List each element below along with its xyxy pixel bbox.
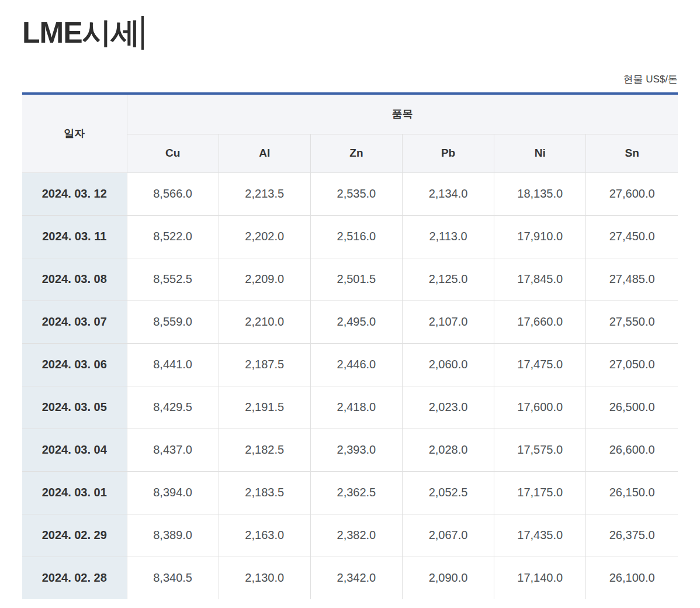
- price-cell-al: 2,182.5: [219, 429, 310, 471]
- unit-note: 현물 US$/톤: [22, 72, 678, 86]
- price-cell-pb: 2,113.0: [402, 215, 494, 258]
- price-cell-zn: 2,446.0: [310, 343, 402, 386]
- price-cell-al: 2,210.0: [219, 300, 310, 343]
- date-cell: 2024. 03. 05: [22, 386, 127, 429]
- price-cell-cu: 8,340.5: [127, 557, 219, 599]
- date-cell: 2024. 02. 29: [22, 514, 127, 557]
- table-row: 2024. 02. 298,389.02,163.02,382.02,067.0…: [22, 514, 678, 557]
- price-cell-zn: 2,535.0: [310, 172, 402, 215]
- price-cell-sn: 27,450.0: [586, 215, 678, 258]
- metal-header-al: Al: [219, 134, 310, 172]
- price-cell-ni: 18,135.0: [494, 172, 586, 215]
- page-title: LME시세: [22, 15, 678, 50]
- price-cell-al: 2,130.0: [219, 557, 310, 599]
- price-cell-sn: 27,550.0: [586, 300, 678, 343]
- price-cell-pb: 2,023.0: [402, 386, 494, 429]
- price-cell-zn: 2,516.0: [310, 215, 402, 258]
- price-cell-ni: 17,575.0: [494, 429, 586, 471]
- price-cell-sn: 26,600.0: [586, 429, 678, 471]
- price-cell-al: 2,183.5: [219, 471, 310, 514]
- price-cell-al: 2,187.5: [219, 343, 310, 386]
- price-cell-sn: 27,600.0: [586, 172, 678, 215]
- price-cell-zn: 2,362.5: [310, 471, 402, 514]
- price-cell-al: 2,191.5: [219, 386, 310, 429]
- price-cell-pb: 2,028.0: [402, 429, 494, 471]
- item-group-header: 품목: [127, 95, 678, 134]
- price-cell-cu: 8,437.0: [127, 429, 219, 471]
- page-container: LME시세 현물 US$/톤 일자 품목 CuAlZnPbNiSn 2024. …: [0, 15, 700, 599]
- price-cell-sn: 26,375.0: [586, 514, 678, 557]
- price-cell-zn: 2,393.0: [310, 429, 402, 471]
- page-title-text: LME시세: [22, 15, 140, 50]
- price-cell-al: 2,163.0: [219, 514, 310, 557]
- price-cell-pb: 2,067.0: [402, 514, 494, 557]
- price-cell-zn: 2,342.0: [310, 557, 402, 599]
- title-cursor-bar: [141, 16, 144, 50]
- table-row: 2024. 03. 078,559.02,210.02,495.02,107.0…: [22, 300, 678, 343]
- table-row: 2024. 03. 068,441.02,187.52,446.02,060.0…: [22, 343, 678, 386]
- price-cell-ni: 17,140.0: [494, 557, 586, 599]
- price-cell-sn: 26,150.0: [586, 471, 678, 514]
- date-cell: 2024. 03. 08: [22, 258, 127, 300]
- date-cell: 2024. 03. 04: [22, 429, 127, 471]
- price-cell-ni: 17,660.0: [494, 300, 586, 343]
- date-cell: 2024. 03. 07: [22, 300, 127, 343]
- price-cell-ni: 17,600.0: [494, 386, 586, 429]
- date-cell: 2024. 03. 06: [22, 343, 127, 386]
- price-cell-al: 2,209.0: [219, 258, 310, 300]
- metal-header-zn: Zn: [310, 134, 402, 172]
- table-row: 2024. 03. 058,429.52,191.52,418.02,023.0…: [22, 386, 678, 429]
- price-cell-zn: 2,501.5: [310, 258, 402, 300]
- date-cell: 2024. 03. 11: [22, 215, 127, 258]
- date-cell: 2024. 03. 01: [22, 471, 127, 514]
- price-cell-ni: 17,435.0: [494, 514, 586, 557]
- date-cell: 2024. 02. 28: [22, 557, 127, 599]
- price-cell-sn: 27,050.0: [586, 343, 678, 386]
- price-cell-al: 2,213.5: [219, 172, 310, 215]
- price-cell-pb: 2,134.0: [402, 172, 494, 215]
- table-row: 2024. 03. 118,522.02,202.02,516.02,113.0…: [22, 215, 678, 258]
- price-cell-cu: 8,389.0: [127, 514, 219, 557]
- table-row: 2024. 03. 128,566.02,213.52,535.02,134.0…: [22, 172, 678, 215]
- metal-header-cu: Cu: [127, 134, 219, 172]
- date-cell: 2024. 03. 12: [22, 172, 127, 215]
- price-cell-al: 2,202.0: [219, 215, 310, 258]
- price-cell-zn: 2,382.0: [310, 514, 402, 557]
- metal-header-pb: Pb: [402, 134, 494, 172]
- price-cell-ni: 17,845.0: [494, 258, 586, 300]
- price-cell-cu: 8,559.0: [127, 300, 219, 343]
- price-cell-cu: 8,566.0: [127, 172, 219, 215]
- metal-header-sn: Sn: [586, 134, 678, 172]
- price-cell-cu: 8,522.0: [127, 215, 219, 258]
- price-cell-ni: 17,175.0: [494, 471, 586, 514]
- date-column-header: 일자: [22, 95, 127, 172]
- price-table-body: 2024. 03. 128,566.02,213.52,535.02,134.0…: [22, 172, 678, 599]
- price-cell-zn: 2,495.0: [310, 300, 402, 343]
- price-cell-ni: 17,910.0: [494, 215, 586, 258]
- price-cell-cu: 8,429.5: [127, 386, 219, 429]
- price-cell-pb: 2,060.0: [402, 343, 494, 386]
- metal-header-ni: Ni: [494, 134, 586, 172]
- price-cell-pb: 2,125.0: [402, 258, 494, 300]
- price-cell-pb: 2,090.0: [402, 557, 494, 599]
- price-table-wrapper: 일자 품목 CuAlZnPbNiSn 2024. 03. 128,566.02,…: [22, 92, 678, 599]
- lme-price-table: 일자 품목 CuAlZnPbNiSn 2024. 03. 128,566.02,…: [22, 95, 678, 599]
- price-cell-cu: 8,394.0: [127, 471, 219, 514]
- table-row: 2024. 03. 048,437.02,182.52,393.02,028.0…: [22, 429, 678, 471]
- header-group-row: 일자 품목: [22, 95, 678, 134]
- table-row: 2024. 02. 288,340.52,130.02,342.02,090.0…: [22, 557, 678, 599]
- price-cell-sn: 26,500.0: [586, 386, 678, 429]
- price-cell-cu: 8,552.5: [127, 258, 219, 300]
- table-row: 2024. 03. 018,394.02,183.52,362.52,052.5…: [22, 471, 678, 514]
- price-cell-cu: 8,441.0: [127, 343, 219, 386]
- price-cell-ni: 17,475.0: [494, 343, 586, 386]
- price-cell-sn: 26,100.0: [586, 557, 678, 599]
- table-row: 2024. 03. 088,552.52,209.02,501.52,125.0…: [22, 258, 678, 300]
- price-cell-sn: 27,485.0: [586, 258, 678, 300]
- price-cell-pb: 2,107.0: [402, 300, 494, 343]
- price-cell-zn: 2,418.0: [310, 386, 402, 429]
- price-cell-pb: 2,052.5: [402, 471, 494, 514]
